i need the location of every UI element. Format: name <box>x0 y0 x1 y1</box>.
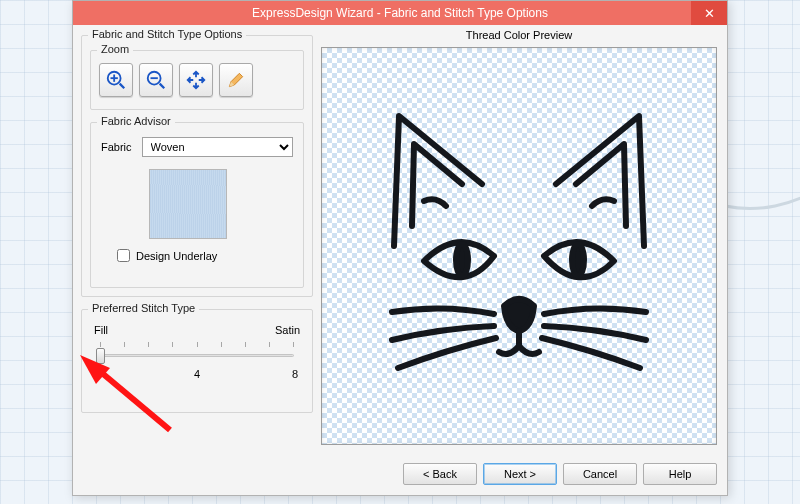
cat-face-preview <box>354 96 684 396</box>
close-button[interactable]: ✕ <box>691 1 727 25</box>
slider-thumb[interactable] <box>96 348 105 364</box>
dialog-content: Fabric and Stitch Type Options Zoom <box>73 25 727 495</box>
svg-line-5 <box>160 84 165 89</box>
dialog-title: ExpressDesign Wizard - Fabric and Stitch… <box>73 6 727 20</box>
slider-track <box>100 354 294 357</box>
svg-point-8 <box>572 244 584 276</box>
zoom-legend: Zoom <box>97 43 133 55</box>
options-legend: Fabric and Stitch Type Options <box>88 28 246 40</box>
help-button[interactable]: Help <box>643 463 717 485</box>
slider-value-4: 4 <box>194 368 200 380</box>
zoom-in-icon <box>105 69 127 91</box>
edit-tool-button[interactable] <box>219 63 253 97</box>
stitch-satin-label: Satin <box>275 324 300 336</box>
back-button[interactable]: < Back <box>403 463 477 485</box>
close-icon: ✕ <box>704 6 715 21</box>
zoom-fit-icon <box>185 69 207 91</box>
svg-line-1 <box>120 84 125 89</box>
fabric-swatch <box>149 169 227 239</box>
fabric-advisor-groupbox: Fabric Advisor Fabric Woven Design Under… <box>90 122 304 288</box>
fabric-advisor-legend: Fabric Advisor <box>97 115 175 127</box>
zoom-in-button[interactable] <box>99 63 133 97</box>
slider-ticks <box>100 342 294 347</box>
zoom-groupbox: Zoom <box>90 50 304 110</box>
fabric-select[interactable]: Woven <box>142 137 293 157</box>
thread-preview <box>321 47 717 445</box>
zoom-fit-button[interactable] <box>179 63 213 97</box>
slider-value-0: 0 <box>96 368 102 380</box>
zoom-out-button[interactable] <box>139 63 173 97</box>
stitch-type-legend: Preferred Stitch Type <box>88 302 199 314</box>
stitch-type-groupbox: Preferred Stitch Type Fill Satin 0 4 8 <box>81 309 313 413</box>
fabric-label: Fabric <box>101 141 132 153</box>
design-underlay-label: Design Underlay <box>136 250 217 262</box>
svg-point-7 <box>456 244 468 276</box>
preview-label: Thread Color Preview <box>321 29 717 41</box>
slider-value-8: 8 <box>292 368 298 380</box>
cancel-button[interactable]: Cancel <box>563 463 637 485</box>
dialog-button-row: < Back Next > Cancel Help <box>403 463 717 485</box>
pencil-icon <box>226 70 246 90</box>
options-groupbox: Fabric and Stitch Type Options Zoom <box>81 35 313 297</box>
zoom-out-icon <box>145 69 167 91</box>
stitch-fill-label: Fill <box>94 324 108 336</box>
dialog-window: ExpressDesign Wizard - Fabric and Stitch… <box>72 0 728 496</box>
stitch-slider[interactable] <box>100 342 294 366</box>
design-underlay-checkbox[interactable] <box>117 249 130 262</box>
next-button[interactable]: Next > <box>483 463 557 485</box>
titlebar: ExpressDesign Wizard - Fabric and Stitch… <box>73 1 727 25</box>
